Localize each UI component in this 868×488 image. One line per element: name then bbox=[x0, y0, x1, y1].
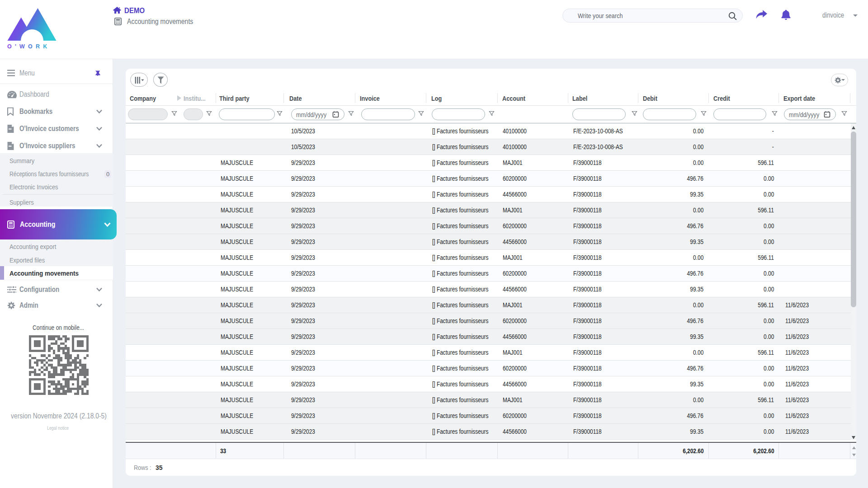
svg-text:O'WORK: O'WORK bbox=[7, 43, 50, 50]
